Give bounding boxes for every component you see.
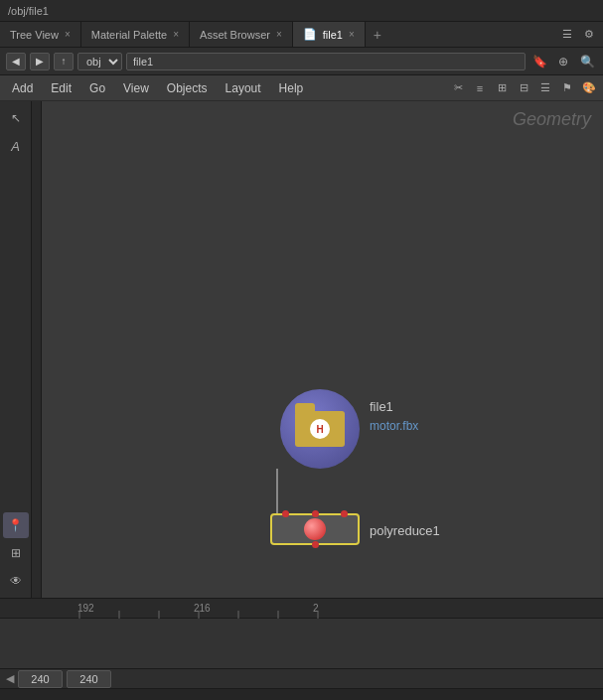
tab-material-palette[interactable]: Material Palette × [81,22,190,47]
frame-start-input[interactable] [18,670,63,688]
timeline-area: 192 216 2 ◀ [0,598,603,700]
sidebar-location-icon[interactable]: 📍 [3,512,29,538]
panel-menu-icon[interactable]: ☰ [557,25,577,45]
tool-grid-icon[interactable]: ⊞ [492,78,512,98]
sidebar-text-icon[interactable]: A [3,133,29,159]
timeline-ruler: 192 216 2 [0,599,603,619]
tab-file1[interactable]: 📄 file1 × [293,22,366,47]
polyreduce-dot-tr [341,510,348,517]
path-input[interactable] [126,53,526,70]
ruler-ticks [40,599,338,619]
menu-edit[interactable]: Edit [43,79,79,97]
tab-label: Asset Browser [200,29,270,41]
tool-list-icon[interactable]: ☰ [535,78,555,98]
timeline-track[interactable] [0,619,603,668]
tabs-row: Tree View × Material Palette × Asset Bro… [0,22,603,48]
tab-label-file1: file1 [323,29,343,41]
tab-asset-browser[interactable]: Asset Browser × [190,22,293,47]
sidebar-grid-icon[interactable]: ⊞ [3,540,29,566]
vertical-ruler [32,101,42,598]
file1-circle: H [280,389,360,469]
menu-view[interactable]: View [115,79,157,97]
polyreduce1-label: polyreduce1 [370,523,440,538]
tool-flag-icon[interactable]: ⚑ [557,78,577,98]
tab-close-file1[interactable]: × [349,29,355,40]
path-bar: ◀ ▶ ↑ obj 🔖 ⊕ 🔍 [0,48,603,75]
tab-close-asset-browser[interactable]: × [276,29,282,40]
center-icon[interactable]: ⊕ [553,52,573,71]
tab-close-tree-view[interactable]: × [65,29,71,40]
polyreduce-sphere [304,518,326,540]
menu-objects[interactable]: Objects [159,79,216,97]
file1-folder-icon: H [295,411,345,447]
forward-button[interactable]: ▶ [30,53,50,70]
tool-grid2-icon[interactable]: ⊟ [514,78,533,98]
zoom-icon[interactable]: 🔍 [577,52,597,71]
tool-align-icon[interactable]: ≡ [470,78,490,98]
file1-logo: H [310,419,330,439]
tool-palette-icon[interactable]: 🎨 [579,78,599,98]
sidebar-pointer-icon[interactable]: ↖ [3,105,29,131]
bookmark-icon[interactable]: 🔖 [529,52,549,71]
main-area: ↖ A 📍 ⊞ 👁 Geometry H file1 motor.fbx [0,101,603,598]
node-polyreduce1[interactable]: polyreduce1 [270,513,360,545]
menu-add[interactable]: Add [4,79,41,97]
up-button[interactable]: ↑ [54,53,74,70]
menu-bar: Add Edit Go View Objects Layout Help ✂ ≡… [0,75,603,101]
timeline-scroll[interactable] [0,688,603,700]
node-file1[interactable]: H file1 motor.fbx [270,389,370,469]
tab-label: Material Palette [91,29,167,41]
menu-layout[interactable]: Layout [218,79,269,97]
frame-end-input[interactable] [67,670,111,688]
top-path: /obj/file1 [0,5,49,17]
context-select[interactable]: obj [77,53,122,70]
file-icon: 📄 [303,28,317,41]
file1-sublabel: motor.fbx [370,419,418,433]
back-button[interactable]: ◀ [6,53,26,70]
sidebar-camera-icon[interactable]: 👁 [3,568,29,594]
polyreduce-dot-b [312,541,319,548]
tab-tree-view[interactable]: Tree View × [0,22,81,47]
polyreduce-dot-tm [312,510,319,517]
polyreduce1-body[interactable] [270,513,360,545]
add-tab-button[interactable]: + [366,22,389,47]
menu-go[interactable]: Go [81,79,113,97]
tab-close-material-palette[interactable]: × [173,29,179,40]
frame-start-arrow: ◀ [6,672,14,685]
geometry-label: Geometry [513,109,591,130]
tab-label: Tree View [10,29,59,41]
top-path-bar: /obj/file1 [0,0,603,22]
panel-options-icon[interactable]: ⚙ [579,25,599,45]
network-viewport[interactable]: Geometry H file1 motor.fbx [42,101,603,598]
file1-node-body[interactable]: H [270,389,370,469]
left-sidebar: ↖ A 📍 ⊞ 👁 [0,101,32,598]
menu-help[interactable]: Help [271,79,312,97]
file1-label: file1 [370,399,393,414]
tool-snap-icon[interactable]: ✂ [448,78,468,98]
timeline-bar: ◀ [0,668,603,688]
polyreduce-dot-tl [282,510,289,517]
